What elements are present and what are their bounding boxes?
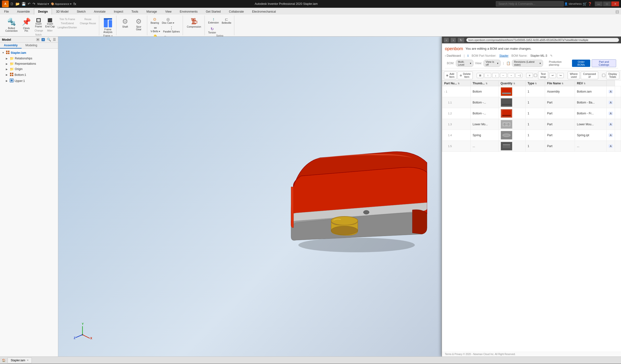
insert-end-cap-button[interactable]: ⬛ InsertEnd Cap xyxy=(44,17,56,28)
tree-item-stapler[interactable]: ▼ Stapler.iam xyxy=(0,50,58,56)
add-item-button[interactable]: ⊕ Add Item xyxy=(444,71,457,79)
trim-to-frame-button[interactable]: Trim To Frame xyxy=(57,17,78,21)
grid-view-button[interactable]: ⊞ xyxy=(477,73,483,78)
tab-modeling[interactable]: Modeling xyxy=(22,43,41,48)
tree-item-representations[interactable]: ▶ 📁 Representations xyxy=(0,61,58,66)
bom-name-edit-icon[interactable]: ✎ xyxy=(550,54,552,57)
tree-item-bottom1[interactable]: ▶ Bottom:1 xyxy=(0,72,58,78)
maximize-button[interactable]: □ xyxy=(603,1,611,6)
reuse-button[interactable]: Reuse xyxy=(79,17,97,21)
dashboard-back-link[interactable]: ‹ Dashboard xyxy=(445,54,461,57)
open-button[interactable]: 📂 xyxy=(15,1,20,6)
material-dropdown[interactable]: Material ▾ xyxy=(37,2,50,6)
tab-design[interactable]: Design xyxy=(34,8,52,15)
panel-tab-add[interactable]: + xyxy=(41,38,45,41)
change-button[interactable]: Change xyxy=(34,29,44,32)
redo-button[interactable]: ↷ xyxy=(32,1,36,6)
lengthen-shorten-button[interactable]: Lengthen/Shorten xyxy=(57,26,78,29)
save-button[interactable]: 💾 xyxy=(21,1,26,6)
move-left-button[interactable]: ← xyxy=(500,73,507,78)
bearing-button[interactable]: ⊙ Bearing xyxy=(150,16,160,25)
frame-analysis-button[interactable]: FrameAnalysis xyxy=(102,16,114,34)
table-row[interactable]: 1.1 Bottom -... 1 xyxy=(442,97,621,108)
move-up-button[interactable]: ↑ xyxy=(484,73,491,78)
where-used-button[interactable]: Where used xyxy=(568,71,580,79)
spur-gear-button[interactable]: ⚙ SpurGear xyxy=(132,16,145,32)
bom-back-btn[interactable]: ‹ xyxy=(444,38,449,42)
bom-level-badge[interactable]: Multi-Level ▾ xyxy=(456,60,474,67)
minimize-button[interactable]: — xyxy=(595,1,603,6)
change-reuse-button[interactable]: Change Reuse xyxy=(79,22,97,25)
notch-button[interactable]: Notch xyxy=(34,33,43,37)
bom-view-badge[interactable]: View is off ▾ xyxy=(483,60,500,67)
tab-view[interactable]: View xyxy=(161,8,176,15)
move-right-button[interactable]: → xyxy=(508,73,515,78)
help-button[interactable]: ❓ xyxy=(587,1,592,6)
tab-manage[interactable]: Manage xyxy=(142,8,161,15)
undo-bom-button[interactable]: ↩ xyxy=(549,73,556,78)
bottom-tab-close[interactable]: ✕ xyxy=(27,359,29,362)
col-type[interactable]: Type ⇅ xyxy=(525,81,545,86)
undo-button[interactable]: ↶ xyxy=(27,1,31,6)
col-thumb[interactable]: Thumb... ⇅ xyxy=(471,81,499,86)
text-wrap-button[interactable]: Text wrap xyxy=(538,71,548,79)
compression-button[interactable]: 🗜 Compression xyxy=(185,16,203,29)
composed-of-button[interactable]: Composed of xyxy=(581,71,598,79)
order-boms-button[interactable]: Order BOMs xyxy=(572,60,590,67)
checkbox-1[interactable] xyxy=(534,74,537,77)
bottom-tab-stapler[interactable]: Stapler.iam ✕ xyxy=(8,357,32,363)
redo-bom-button[interactable]: ↪ xyxy=(557,73,564,78)
tab-inspect[interactable]: Inspect xyxy=(110,8,127,15)
panel-tab-close[interactable]: × xyxy=(36,38,39,41)
panel-search-btn[interactable]: 🔍 xyxy=(47,38,51,41)
insert-frame-button[interactable]: 🔲 InsertFrame xyxy=(34,17,43,28)
close-button[interactable]: ✕ xyxy=(611,1,619,6)
table-row[interactable]: 1.3 Lower Mo... xyxy=(442,119,621,130)
miter-button[interactable]: Miter xyxy=(45,29,55,32)
tab-getstarted[interactable]: Get Started xyxy=(202,8,225,15)
viewport[interactable]: X Y Z Top xyxy=(58,37,621,356)
trim-extend-button[interactable]: Trim/Extend xyxy=(57,22,78,25)
clevis-pin-button[interactable]: 📌 ClevisPin xyxy=(20,16,33,33)
part-catalogs-button[interactable]: Part and Catalogs xyxy=(592,59,616,67)
extension-button[interactable]: ↕ Extension xyxy=(207,16,220,25)
fx-button[interactable]: fx xyxy=(73,1,77,6)
bom-refresh-btn[interactable]: ↻ xyxy=(458,38,464,42)
shaft-button[interactable]: ⚙ Shaft xyxy=(119,16,132,29)
bom-url-input[interactable] xyxy=(466,38,619,42)
delete-item-button[interactable]: ⊖ Delete Item xyxy=(458,71,473,79)
indent-button[interactable]: →| xyxy=(516,73,522,78)
table-row[interactable]: 1.5 ... 1 Part xyxy=(442,141,621,152)
new-button[interactable]: 🗋 xyxy=(10,1,14,6)
table-row[interactable]: 1.4 Spring xyxy=(442,130,621,141)
tab-assembly[interactable]: Assembly xyxy=(0,43,22,48)
v-belts-button[interactable]: ∞ V-Belts ▾ xyxy=(150,25,161,33)
table-row[interactable]: 1.2 Bottom -... 1 xyxy=(442,108,621,119)
align-button[interactable]: ≡ xyxy=(526,73,533,78)
torsion-button[interactable]: ↻ Torsion xyxy=(207,26,217,34)
tab-collaborate[interactable]: Collaborate xyxy=(225,8,248,15)
search-input[interactable] xyxy=(496,1,564,7)
checkbox-2[interactable] xyxy=(602,74,605,77)
display-totals-button[interactable]: Display Totals xyxy=(606,71,619,79)
panel-menu-btn[interactable]: ☰ xyxy=(53,38,56,41)
col-rev[interactable]: REV ⇅ xyxy=(575,81,607,86)
tab-electromechanical[interactable]: Electromechanical xyxy=(248,8,280,15)
user-button[interactable]: 👤 stevehess xyxy=(564,2,582,6)
tab-tools[interactable]: Tools xyxy=(127,8,142,15)
ribbon-collapse-btn[interactable]: ⊟ xyxy=(613,9,621,15)
bom-part-number-link[interactable]: Stapler xyxy=(499,54,508,57)
tab-assemble[interactable]: Assemble xyxy=(13,8,34,15)
appearance-button[interactable]: 🎨 Appearance ▾ xyxy=(51,2,72,6)
bom-revisions-badge[interactable]: Revisions (Latest state) ▾ xyxy=(512,60,543,67)
tree-item-origin[interactable]: ▶ 📁 Origin xyxy=(0,66,58,72)
bom-table-container[interactable]: Part Nu... ⇅ Thumb... ⇅ Quantity ⇅ Type … xyxy=(442,80,621,352)
col-filename[interactable]: File Name ⇅ xyxy=(545,81,575,86)
tab-3dmodel[interactable]: 3D Model xyxy=(52,8,72,15)
parallel-splines-button[interactable]: ⋮ Parallel Splines xyxy=(162,25,181,33)
col-quantity[interactable]: Quantity ⇅ xyxy=(499,81,525,86)
tree-item-upper1[interactable]: ▶ Upper:1 xyxy=(0,78,58,84)
disc-cam-button[interactable]: ◎ Disc Cam ▾ xyxy=(161,16,175,25)
table-row[interactable]: - 1 Bottom 1 A xyxy=(442,86,621,97)
bom-forward-btn[interactable]: › xyxy=(451,38,456,42)
